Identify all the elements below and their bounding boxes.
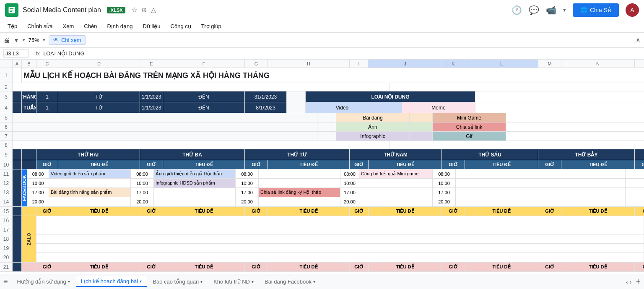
add-sheet-button[interactable]: + — [636, 277, 641, 286]
meet-dropdown[interactable]: ▾ — [563, 7, 566, 13]
col-c-header[interactable]: C — [36, 60, 58, 68]
r14-gio3[interactable]: 20:00 — [236, 197, 259, 206]
r11-gio3[interactable]: 08:00 — [236, 169, 259, 178]
r11-gio7[interactable] — [626, 169, 644, 178]
r12-td2[interactable]: Infographic HDSD sản phẩm — [154, 179, 236, 187]
r14-td2[interactable] — [154, 197, 236, 206]
r14-gio5[interactable]: 20:00 — [433, 197, 456, 206]
col-g-header[interactable]: G — [245, 60, 268, 68]
r14-gio7[interactable] — [626, 197, 644, 206]
r13-gio2[interactable]: 17:00 — [131, 188, 154, 197]
star-icon[interactable]: ☆ — [131, 6, 137, 14]
drive-icon[interactable]: △ — [151, 6, 156, 14]
r13-gio4[interactable]: 17:00 — [340, 188, 359, 197]
r11-gio6[interactable] — [529, 169, 552, 178]
app-icon[interactable] — [5, 3, 18, 17]
r13-gio3[interactable]: 17:00 — [236, 188, 259, 197]
r14-td1[interactable] — [49, 197, 131, 206]
menu-xem[interactable]: Xem — [59, 21, 78, 31]
chi-xem-button[interactable]: 👁 Chi xem — [49, 35, 86, 45]
menu-dulieu[interactable]: Dữ liệu — [139, 21, 165, 31]
zoom-dropdown[interactable]: ▾ — [43, 37, 45, 43]
col-m-header[interactable]: M — [538, 60, 561, 68]
r18-empty[interactable] — [36, 234, 644, 243]
r11-gio1[interactable]: 08:00 — [27, 169, 49, 178]
r14-td4[interactable] — [359, 197, 433, 206]
nav-right-arrow[interactable]: › — [630, 279, 632, 285]
tab-baidang[interactable]: Bài đăng Facebook ▾ — [260, 277, 320, 286]
meet-icon[interactable]: 📹 — [546, 5, 556, 15]
cloud-icon[interactable]: ⊕ — [141, 6, 147, 14]
collapse-icon[interactable]: ∧ — [636, 36, 641, 44]
r19-empty[interactable] — [36, 244, 644, 253]
filter-dropdown[interactable]: ▾ — [23, 37, 25, 43]
col-e-header[interactable]: E — [140, 60, 163, 68]
filter-icon[interactable]: ▼ — [13, 37, 19, 44]
r11-gio4[interactable]: 08:00 — [340, 169, 359, 178]
r12-td6[interactable] — [552, 179, 626, 187]
r14-gio1[interactable]: 20:00 — [27, 197, 49, 206]
r13-td2[interactable] — [154, 188, 236, 197]
cell-ref[interactable]: J3:L3 — [3, 49, 29, 58]
tab-kholuu[interactable]: Kho lưu trữ ND ▾ — [208, 277, 259, 286]
r12-td4[interactable] — [359, 179, 433, 187]
r11-td4[interactable]: Công bố kết quả Mini game — [359, 169, 433, 178]
tab-baocao[interactable]: Báo cáo tổng quan ▾ — [148, 277, 208, 286]
r14-gio2[interactable]: 20:00 — [131, 197, 154, 206]
tab-lichkehoach[interactable]: Lịch kế hoạch đăng bài ▾ — [76, 276, 147, 287]
col-d-header[interactable]: D — [58, 60, 140, 68]
r20-empty[interactable] — [36, 253, 644, 262]
col-a-header[interactable]: A — [13, 60, 22, 68]
r12-gio6[interactable] — [529, 179, 552, 187]
r11-td6[interactable] — [552, 169, 626, 178]
r13-td5[interactable] — [456, 188, 529, 197]
r12-gio1[interactable]: 10:00 — [27, 179, 49, 187]
menu-tep[interactable]: Tệp — [3, 21, 21, 31]
avatar[interactable]: A — [626, 3, 639, 17]
r13-gio7[interactable] — [626, 188, 644, 197]
col-i-header[interactable]: I — [350, 60, 369, 68]
r11-gio2[interactable]: 08:00 — [131, 169, 154, 178]
r14-td5[interactable] — [456, 197, 529, 206]
col-j-header[interactable]: J — [369, 60, 442, 68]
r17-empty[interactable] — [36, 225, 644, 234]
menu-trogiup[interactable]: Trợ giúp — [197, 21, 226, 31]
r16-empty[interactable] — [36, 216, 644, 225]
col-b-header[interactable]: B — [22, 60, 36, 68]
r14-gio6[interactable] — [529, 197, 552, 206]
r11-td2[interactable]: Ảnh giới thiệu diễn giả Hội thảo — [154, 169, 236, 178]
menu-chen[interactable]: Chèn — [80, 21, 101, 31]
r11-gio5[interactable]: 08:00 — [433, 169, 456, 178]
col-f-header[interactable]: F — [163, 60, 245, 68]
print-icon[interactable]: 🖨 — [3, 36, 10, 44]
r11-td3[interactable] — [259, 169, 340, 178]
r13-td4[interactable] — [359, 188, 433, 197]
r13-gio5[interactable]: 17:00 — [433, 188, 456, 197]
r12-gio2[interactable]: 10:00 — [131, 179, 154, 187]
menu-dinhdat[interactable]: Định dạng — [103, 21, 137, 31]
r13-td6[interactable] — [552, 188, 626, 197]
r11-td1[interactable]: Video giới thiệu sản phẩm — [49, 169, 131, 178]
history-icon[interactable]: 🕐 — [512, 5, 522, 15]
r14-td3[interactable] — [259, 197, 340, 206]
r12-gio5[interactable]: 10:00 — [433, 179, 456, 187]
tab-huongdan[interactable]: Hướng dẫn sử dụng ▾ — [12, 277, 75, 286]
share-button[interactable]: 🌐 Chia Sẻ — [573, 3, 619, 17]
hamburger-icon[interactable]: ≡ — [3, 277, 8, 286]
menu-concu[interactable]: Công cụ — [166, 21, 195, 31]
col-h-header[interactable]: H — [268, 60, 350, 68]
col-k-header[interactable]: K — [442, 60, 465, 68]
r12-gio4[interactable]: 10:00 — [340, 179, 359, 187]
r12-gio3[interactable]: 10:00 — [236, 179, 259, 187]
r12-td3[interactable] — [259, 179, 340, 187]
r12-td1[interactable] — [49, 179, 131, 187]
r13-td3[interactable]: Chia sẻ link đăng ký Hội thảo — [259, 188, 340, 197]
r1-a[interactable] — [13, 68, 22, 83]
col-n-header[interactable]: N — [561, 60, 635, 68]
r12-gio7[interactable] — [626, 179, 644, 187]
r12-td5[interactable] — [456, 179, 529, 187]
r11-td5[interactable] — [456, 169, 529, 178]
nav-left-arrow[interactable]: ‹ — [626, 279, 628, 285]
menu-chinhedit[interactable]: Chỉnh sửa — [23, 21, 57, 31]
r13-gio6[interactable] — [529, 188, 552, 197]
